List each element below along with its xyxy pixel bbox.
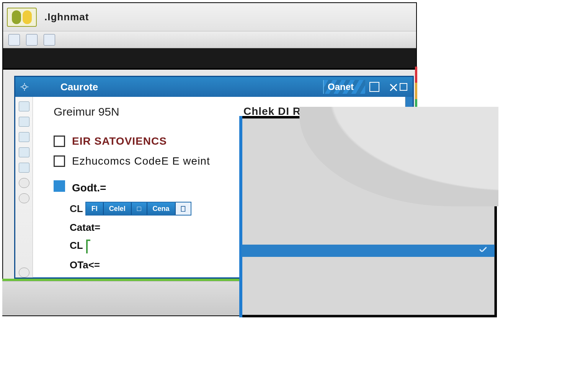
overlay-selected-row[interactable] <box>242 245 495 257</box>
overlay-panel <box>239 116 497 317</box>
chart2-icon[interactable] <box>19 147 29 157</box>
image-icon[interactable] <box>19 163 29 173</box>
maximize-icon[interactable] <box>369 82 380 92</box>
token-strip[interactable]: FI Celel □ Cena ⎕ <box>85 202 191 216</box>
overlay-background-curve <box>299 107 498 206</box>
dialog-subtitle: Oanet <box>323 80 365 94</box>
token-button[interactable]: FI <box>86 203 104 215</box>
token-prefix: CL <box>70 203 83 215</box>
token-button[interactable]: ⎕ <box>176 203 191 215</box>
grid-icon[interactable] <box>44 34 55 46</box>
doc2-icon[interactable] <box>19 117 29 127</box>
outer-window-title: .Ighnmat <box>44 11 89 23</box>
token-button[interactable]: Cena <box>147 203 176 215</box>
list-item-label: CL <box>70 240 83 251</box>
close-icon[interactable] <box>384 82 394 92</box>
dialog-titlebar[interactable]: Caurote Oanet <box>15 77 413 97</box>
page-icon[interactable] <box>8 34 20 46</box>
checkbox-label: Ezhucomcs CodeE E weint <box>72 155 210 167</box>
scrollbar-thumb[interactable] <box>405 97 413 116</box>
svg-point-0 <box>23 85 26 88</box>
caret-up-icon: ⎡ <box>85 240 91 253</box>
overlay-left-edge <box>239 116 242 317</box>
checkbox-checked[interactable] <box>54 180 65 192</box>
token-button[interactable]: □ <box>132 203 147 215</box>
doc-icon[interactable] <box>19 101 29 111</box>
dialog-sidebar <box>15 97 33 278</box>
group-label: Godt.= <box>72 182 106 194</box>
outer-ribbon-band <box>3 48 416 70</box>
table-icon[interactable] <box>26 34 38 46</box>
stop-icon[interactable] <box>19 178 29 188</box>
pause-icon[interactable] <box>19 193 29 203</box>
record-icon[interactable] <box>19 268 29 278</box>
outer-toolbar <box>3 31 416 48</box>
window-menu-icon[interactable] <box>398 82 409 92</box>
app-logo-icon <box>7 8 37 27</box>
outer-titlebar: .Ighnmat <box>3 3 416 31</box>
dialog-title: Caurote <box>60 81 98 93</box>
token-button[interactable]: Celel <box>104 203 132 215</box>
checkbox[interactable] <box>54 136 65 147</box>
checkbox[interactable] <box>54 155 65 167</box>
gear-icon <box>19 82 30 92</box>
chart-icon[interactable] <box>19 132 29 142</box>
check-icon <box>479 246 488 255</box>
checkbox-label: EIR SATOVIENCS <box>72 135 167 147</box>
